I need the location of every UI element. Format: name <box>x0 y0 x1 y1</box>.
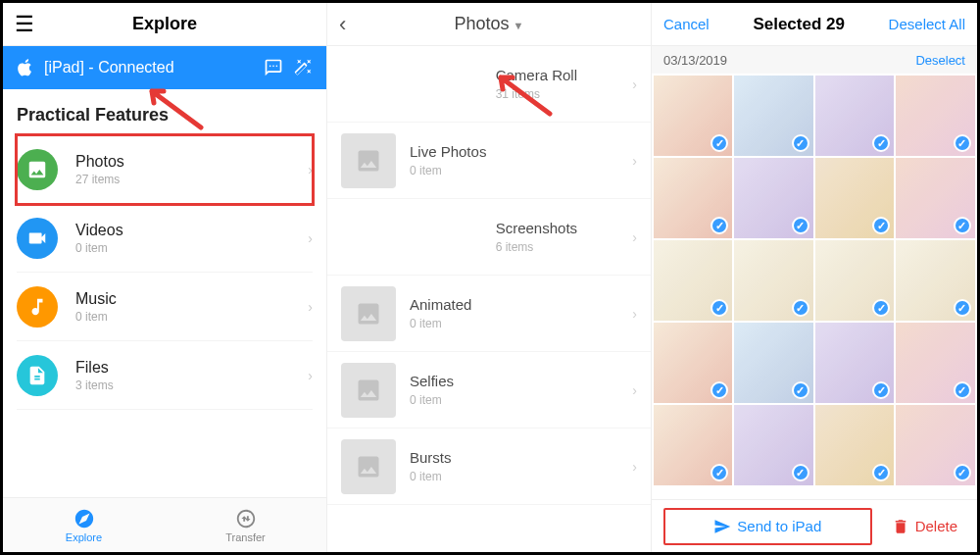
chevron-right-icon: › <box>308 368 313 383</box>
album-thumb <box>341 439 396 494</box>
check-icon <box>710 134 728 152</box>
photo-cell[interactable] <box>815 76 895 156</box>
photo-cell[interactable] <box>654 240 732 321</box>
check-icon <box>872 381 890 399</box>
tab-transfer[interactable]: Transfer <box>165 498 326 552</box>
photo-cell[interactable] <box>896 158 975 238</box>
photo-cell[interactable] <box>815 158 895 238</box>
check-icon <box>792 381 809 399</box>
album-thumb <box>341 363 396 418</box>
svg-point-1 <box>272 66 274 68</box>
tab-explore[interactable]: Explore <box>3 498 165 552</box>
check-icon <box>792 464 809 481</box>
check-icon <box>710 217 728 234</box>
album-animated[interactable]: Animated0 item › <box>327 276 651 352</box>
feature-videos[interactable]: Videos0 item › <box>17 204 313 273</box>
photo-cell[interactable] <box>734 76 813 156</box>
photo-cell[interactable] <box>896 323 975 403</box>
photos-title[interactable]: Photos▼ <box>455 14 524 34</box>
menu-icon[interactable]: ☰ <box>15 12 34 37</box>
chevron-right-icon: › <box>308 299 313 315</box>
explore-title: Explore <box>132 14 197 34</box>
photo-cell[interactable] <box>734 323 813 403</box>
album-thumb <box>341 133 396 188</box>
album-thumb <box>341 286 396 341</box>
device-label: [iPad] - Connected <box>44 59 174 76</box>
photo-cell[interactable] <box>654 405 732 485</box>
photo-cell[interactable] <box>654 76 732 156</box>
music-icon <box>17 286 58 328</box>
photo-grid <box>652 74 977 499</box>
section-title: Practical Features <box>3 89 326 135</box>
feature-sub: 27 items <box>75 173 308 186</box>
compass-icon <box>74 508 95 530</box>
album-bursts[interactable]: Bursts0 item › <box>327 429 651 505</box>
trash-icon <box>892 518 909 535</box>
feature-music[interactable]: Music0 item › <box>17 273 313 341</box>
photo-cell[interactable] <box>815 323 895 403</box>
videos-icon <box>17 218 58 259</box>
check-icon <box>792 217 809 234</box>
send-icon <box>713 518 731 535</box>
chevron-right-icon: › <box>632 76 637 92</box>
check-icon <box>710 381 728 399</box>
photo-cell[interactable] <box>654 323 732 403</box>
apple-icon <box>17 59 34 76</box>
photo-cell[interactable] <box>734 405 813 485</box>
check-icon <box>954 381 971 399</box>
check-icon <box>954 217 971 234</box>
photo-cell[interactable] <box>896 240 975 321</box>
check-icon <box>872 134 890 152</box>
deselect-all-button[interactable]: Deselect All <box>889 16 965 32</box>
chat-icon[interactable] <box>264 58 283 77</box>
svg-point-2 <box>276 66 278 68</box>
chevron-right-icon: › <box>632 459 637 475</box>
deselect-button[interactable]: Deselect <box>915 53 965 68</box>
album-selfies[interactable]: Selfies0 item › <box>327 352 651 429</box>
dropdown-icon: ▼ <box>514 20 524 31</box>
chevron-right-icon: › <box>632 153 637 169</box>
album-screenshots[interactable]: Screenshots6 items › <box>327 199 651 276</box>
files-icon <box>17 355 58 396</box>
chevron-right-icon: › <box>632 382 637 398</box>
chevron-right-icon: › <box>308 230 313 246</box>
check-icon <box>710 464 728 481</box>
check-icon <box>792 134 809 152</box>
album-thumb <box>341 57 482 112</box>
photo-cell[interactable] <box>654 158 732 238</box>
check-icon <box>954 134 971 152</box>
photo-cell[interactable] <box>896 76 975 156</box>
delete-button[interactable]: Delete <box>884 518 965 535</box>
album-camera-roll[interactable]: Camera Roll31 items › <box>327 46 651 123</box>
photo-cell[interactable] <box>896 405 975 485</box>
check-icon <box>954 464 971 481</box>
photo-cell[interactable] <box>734 158 813 238</box>
photo-cell[interactable] <box>815 405 895 485</box>
send-to-ipad-button[interactable]: Send to iPad <box>663 508 872 545</box>
album-live-photos[interactable]: Live Photos0 item › <box>327 123 651 199</box>
feature-label: Photos <box>75 153 308 171</box>
feature-photos[interactable]: Photos27 items › <box>17 135 313 204</box>
chevron-right-icon: › <box>632 229 637 245</box>
device-banner[interactable]: [iPad] - Connected <box>3 46 326 89</box>
photo-cell[interactable] <box>815 240 895 321</box>
date-label: 03/13/2019 <box>663 53 727 68</box>
chevron-right-icon: › <box>308 162 313 177</box>
check-icon <box>710 299 728 317</box>
selected-title: Selected 29 <box>753 15 845 34</box>
back-icon[interactable]: ‹ <box>339 12 346 37</box>
check-icon <box>872 217 890 234</box>
transfer-icon <box>235 508 257 530</box>
check-icon <box>954 299 971 317</box>
photos-icon <box>17 149 58 190</box>
magic-icon[interactable] <box>293 58 313 77</box>
album-thumb <box>341 210 482 265</box>
check-icon <box>792 299 809 317</box>
photo-cell[interactable] <box>734 240 813 321</box>
feature-files[interactable]: Files3 items › <box>17 341 313 410</box>
check-icon <box>872 299 890 317</box>
cancel-button[interactable]: Cancel <box>663 16 710 32</box>
check-icon <box>872 464 890 481</box>
svg-point-0 <box>270 66 271 68</box>
chevron-right-icon: › <box>632 306 637 322</box>
